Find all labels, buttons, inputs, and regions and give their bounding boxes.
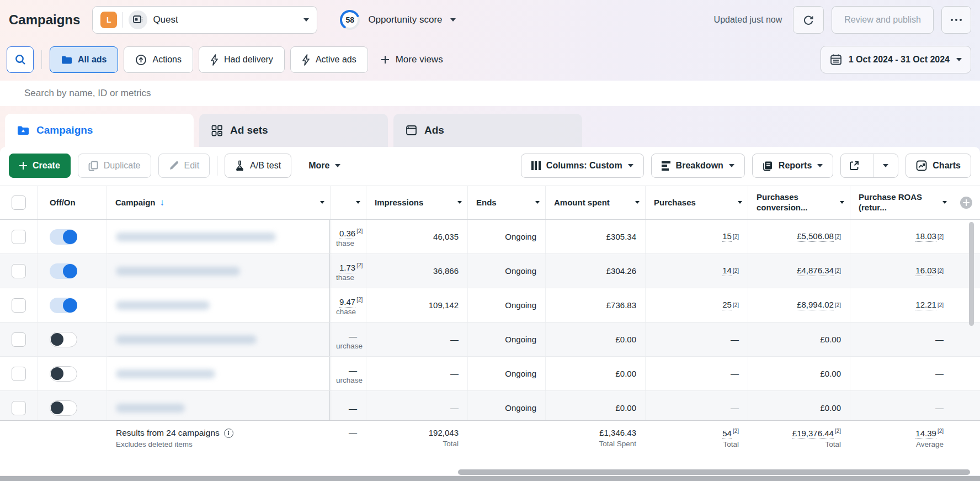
breakdown-dropdown[interactable]: Breakdown bbox=[651, 154, 745, 178]
select-all-checkbox[interactable] bbox=[12, 195, 26, 210]
campaign-name-cell[interactable] bbox=[106, 391, 330, 420]
ad-account-selector[interactable]: L Quest bbox=[92, 6, 317, 34]
purchase-roas-cell: — bbox=[850, 391, 952, 420]
row-checkbox[interactable] bbox=[12, 367, 26, 381]
spacer-cell bbox=[952, 254, 980, 288]
tab-campaigns[interactable]: Campaigns bbox=[5, 114, 194, 147]
export-options-button[interactable] bbox=[873, 154, 898, 177]
divider bbox=[122, 12, 123, 28]
checkbox-cell bbox=[0, 254, 37, 288]
purchase-roas-average[interactable]: 14.39[2] Average bbox=[850, 421, 952, 465]
purchases-cell[interactable]: 25[2] bbox=[645, 288, 748, 322]
cost-per-purchase-cell[interactable]: 1.73[2] thase bbox=[330, 254, 366, 288]
row-checkbox[interactable] bbox=[12, 332, 26, 347]
campaign-name-cell[interactable] bbox=[106, 220, 330, 253]
tab-ad-sets[interactable]: Ad sets bbox=[199, 114, 388, 147]
export-split-button[interactable] bbox=[840, 154, 898, 178]
checkbox-cell bbox=[0, 323, 37, 356]
filter-chip-active-ads[interactable]: Active ads bbox=[290, 46, 368, 73]
info-icon[interactable] bbox=[224, 429, 233, 438]
campaign-name-cell[interactable] bbox=[106, 254, 330, 288]
add-column-button[interactable] bbox=[960, 197, 972, 209]
purchase-roas-cell[interactable]: 12.21[2] bbox=[850, 288, 952, 322]
purchases-cell[interactable]: 14[2] bbox=[645, 254, 748, 288]
campaign-name-cell[interactable] bbox=[106, 288, 330, 322]
purchases-conversion-cell: £0.00 bbox=[748, 391, 850, 420]
column-header-impressions[interactable]: Impressions bbox=[366, 186, 467, 219]
search-input[interactable] bbox=[0, 81, 980, 106]
purchases-conversion-total[interactable]: £19,376.44[2] Total bbox=[748, 421, 850, 465]
campaign-name-redacted bbox=[116, 232, 276, 241]
flask-icon bbox=[235, 160, 244, 171]
checkbox-cell bbox=[0, 357, 37, 390]
row-checkbox[interactable] bbox=[12, 401, 26, 415]
row-checkbox[interactable] bbox=[12, 230, 26, 244]
date-range-picker[interactable]: 1 Oct 2024 - 31 Oct 2024 bbox=[821, 46, 971, 73]
purchase-roas-cell[interactable]: 18.03[2] bbox=[850, 220, 952, 253]
campaign-name-cell[interactable] bbox=[106, 323, 330, 356]
search-icon bbox=[14, 54, 26, 66]
reports-dropdown[interactable]: Reports bbox=[752, 154, 833, 178]
campaign-toggle-on[interactable] bbox=[50, 263, 77, 279]
create-button[interactable]: Create bbox=[9, 154, 71, 178]
purchase-roas-cell[interactable]: 16.03[2] bbox=[850, 254, 952, 288]
vertical-scrollbar-thumb[interactable] bbox=[969, 222, 974, 326]
row-checkbox[interactable] bbox=[12, 264, 26, 278]
plus-icon bbox=[19, 162, 27, 170]
reports-icon bbox=[763, 161, 773, 171]
plus-icon bbox=[381, 56, 389, 64]
ab-test-button[interactable]: A/B test bbox=[225, 154, 291, 178]
table-row: — urchase — Ongoing £0.00 — £0.00 — bbox=[0, 323, 980, 357]
filter-chip-had-delivery[interactable]: Had delivery bbox=[199, 46, 285, 73]
row-checkbox[interactable] bbox=[12, 298, 26, 313]
campaign-toggle-off[interactable] bbox=[50, 332, 77, 347]
purchases-conversion-cell[interactable]: £4,876.34[2] bbox=[748, 254, 850, 288]
purchases-conversion-cell[interactable]: £5,506.08[2] bbox=[748, 220, 850, 253]
column-header-purchases-conversion[interactable]: Purchases conversion... bbox=[748, 186, 850, 219]
campaign-toggle-on[interactable] bbox=[50, 298, 77, 313]
duplicate-button[interactable]: Duplicate bbox=[78, 154, 151, 178]
column-header-amount-spent[interactable]: Amount spent bbox=[545, 186, 645, 219]
spacer-cell bbox=[952, 323, 980, 356]
column-header-purchase-roas[interactable]: Purchase ROAS (retur... bbox=[850, 186, 952, 219]
more-options-button[interactable] bbox=[941, 6, 971, 34]
filter-chip-all-ads[interactable]: All ads bbox=[50, 46, 118, 73]
opportunity-score[interactable]: 58 Opportunity score bbox=[338, 8, 455, 31]
spacer-cell bbox=[952, 220, 980, 253]
toolbar-right: Columns: Custom Breakdown Reports bbox=[521, 154, 971, 178]
chevron-down-icon bbox=[303, 18, 309, 22]
purchases-total[interactable]: 54[2] Total bbox=[645, 421, 748, 465]
score-ring-icon: 58 bbox=[338, 8, 361, 31]
tab-ads[interactable]: Ads bbox=[393, 114, 582, 147]
campaign-toggle-on[interactable] bbox=[50, 229, 77, 245]
campaign-toggle-off[interactable] bbox=[50, 400, 77, 416]
purchases-cell[interactable]: 15[2] bbox=[645, 220, 748, 253]
charts-button[interactable]: Charts bbox=[906, 154, 971, 178]
toggle-cell bbox=[37, 391, 106, 420]
columns-icon bbox=[531, 161, 541, 170]
toggle-cell bbox=[37, 323, 106, 356]
cost-per-purchase-cell[interactable]: 0.36[2] thase bbox=[330, 220, 366, 253]
purchases-conversion-cell[interactable]: £8,994.02[2] bbox=[748, 288, 850, 322]
column-header-campaign[interactable]: Campaign ↓ bbox=[106, 186, 330, 219]
column-header-cost-per-purchase[interactable] bbox=[330, 186, 366, 219]
horizontal-scrollbar-thumb[interactable] bbox=[458, 469, 970, 475]
export-button[interactable] bbox=[841, 154, 867, 177]
more-views-button[interactable]: More views bbox=[374, 54, 451, 65]
review-and-publish-button[interactable]: Review and publish bbox=[832, 6, 934, 34]
more-dropdown[interactable]: More bbox=[299, 154, 350, 178]
impressions-cell: — bbox=[366, 323, 467, 356]
edit-button[interactable]: Edit bbox=[158, 154, 210, 178]
cost-per-purchase-cell[interactable]: 9.47[2] chase bbox=[330, 288, 366, 322]
columns-dropdown[interactable]: Columns: Custom bbox=[521, 154, 644, 178]
amount-spent-cell: £304.26 bbox=[545, 254, 645, 288]
filter-chip-actions[interactable]: Actions bbox=[124, 46, 193, 73]
search-filter-button[interactable] bbox=[7, 46, 34, 73]
amount-spent-cell: £305.34 bbox=[545, 220, 645, 253]
column-header-purchases[interactable]: Purchases bbox=[645, 186, 748, 219]
column-header-ends[interactable]: Ends bbox=[467, 186, 545, 219]
campaign-toggle-off[interactable] bbox=[50, 366, 77, 382]
campaign-name-cell[interactable] bbox=[106, 357, 330, 390]
refresh-button[interactable] bbox=[793, 6, 824, 34]
toggle-cell bbox=[37, 288, 106, 322]
